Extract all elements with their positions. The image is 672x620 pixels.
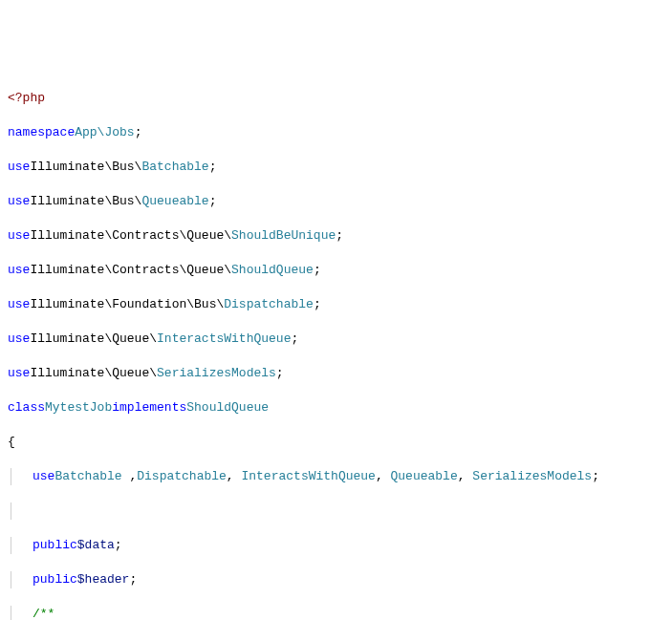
code-line: class MytestJob implements ShouldQueue (8, 399, 672, 417)
code-editor[interactable]: <?php namespace App\Jobs; use Illuminate… (8, 73, 672, 620)
code-line: use Illuminate\Queue\InteractsWithQueue; (8, 331, 672, 348)
code-line: use Illuminate\Contracts\Queue\ShouldBeU… (8, 227, 672, 245)
code-line: use Batchable ,Dispatchable, InteractsWi… (8, 468, 672, 485)
code-line: use Illuminate\Foundation\Bus\Dispatchab… (8, 296, 672, 313)
code-line: <?php (8, 90, 672, 107)
code-line: public $header; (8, 571, 672, 588)
code-line: { (8, 434, 672, 451)
code-line: use Illuminate\Queue\SerializesModels; (8, 365, 672, 382)
code-line: /** (8, 606, 672, 620)
code-line: public $data; (8, 537, 672, 554)
code-line: use Illuminate\Bus\Queueable; (8, 193, 672, 210)
code-line: use Illuminate\Contracts\Queue\ShouldQue… (8, 262, 672, 279)
code-line (8, 502, 672, 520)
code-line: namespace App\Jobs; (8, 124, 672, 141)
code-line: use Illuminate\Bus\Batchable; (8, 159, 672, 176)
